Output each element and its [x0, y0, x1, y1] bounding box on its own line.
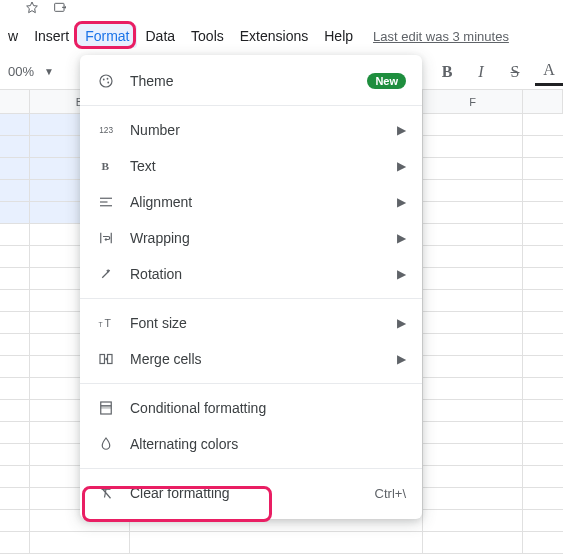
menu-item-label: Merge cells	[130, 351, 383, 367]
menu-item-rotation[interactable]: Rotation ▶	[80, 256, 422, 292]
menu-item-theme[interactable]: Theme New	[80, 63, 422, 99]
theme-icon	[96, 71, 116, 91]
format-menu: Theme New 123 Number ▶ B Text ▶ Alignmen…	[80, 55, 422, 519]
move-icon[interactable]	[52, 0, 68, 19]
merge-icon	[96, 349, 116, 369]
menu-separator	[80, 383, 422, 384]
submenu-arrow-icon: ▶	[397, 159, 406, 173]
bold-icon: B	[96, 156, 116, 176]
menu-separator	[80, 105, 422, 106]
last-edit-link[interactable]: Last edit was 3 minutes	[373, 29, 509, 44]
menu-item-text[interactable]: B Text ▶	[80, 148, 422, 184]
grid-row[interactable]	[0, 532, 563, 554]
svg-rect-18	[101, 406, 112, 409]
menu-view[interactable]: w	[0, 24, 26, 48]
submenu-arrow-icon: ▶	[397, 316, 406, 330]
new-badge: New	[367, 73, 406, 89]
menu-item-number[interactable]: 123 Number ▶	[80, 112, 422, 148]
menu-tools[interactable]: Tools	[183, 24, 232, 48]
submenu-arrow-icon: ▶	[397, 123, 406, 137]
col-header-blank[interactable]	[0, 90, 30, 113]
align-icon	[96, 192, 116, 212]
svg-point-2	[103, 79, 105, 81]
menu-item-wrapping[interactable]: Wrapping ▶	[80, 220, 422, 256]
menu-item-label: Theme	[130, 73, 353, 89]
clear-formatting-icon	[96, 483, 116, 503]
wrap-icon	[96, 228, 116, 248]
menu-item-conditional-formatting[interactable]: Conditional formatting	[80, 390, 422, 426]
bold-button[interactable]: B	[433, 58, 461, 86]
col-header-g[interactable]	[523, 90, 563, 113]
menu-item-alignment[interactable]: Alignment ▶	[80, 184, 422, 220]
svg-point-4	[107, 82, 109, 84]
menu-item-label: Rotation	[130, 266, 383, 282]
number-icon: 123	[96, 120, 116, 140]
menu-item-label: Wrapping	[130, 230, 383, 246]
text-color-button[interactable]: A	[535, 58, 563, 86]
star-icon[interactable]	[24, 0, 40, 19]
strikethrough-button[interactable]: S	[501, 58, 529, 86]
rotation-icon	[96, 264, 116, 284]
menu-item-label: Font size	[130, 315, 383, 331]
menu-help[interactable]: Help	[316, 24, 361, 48]
menu-item-shortcut: Ctrl+\	[375, 486, 406, 501]
italic-button[interactable]: I	[467, 58, 495, 86]
chevron-down-icon[interactable]: ▼	[44, 66, 54, 77]
submenu-arrow-icon: ▶	[397, 267, 406, 281]
alternating-icon	[96, 434, 116, 454]
menu-item-label: Number	[130, 122, 383, 138]
title-icons-row	[0, 0, 563, 18]
menu-bar: w Insert Format Data Tools Extensions He…	[0, 18, 563, 54]
submenu-arrow-icon: ▶	[397, 231, 406, 245]
menu-item-label: Clear formatting	[130, 485, 361, 501]
submenu-arrow-icon: ▶	[397, 352, 406, 366]
menu-insert[interactable]: Insert	[26, 24, 77, 48]
menu-format[interactable]: Format	[77, 24, 137, 48]
menu-data[interactable]: Data	[137, 24, 183, 48]
svg-text:T: T	[99, 321, 103, 328]
menu-extensions[interactable]: Extensions	[232, 24, 316, 48]
menu-separator	[80, 298, 422, 299]
submenu-arrow-icon: ▶	[397, 195, 406, 209]
menu-item-label: Alignment	[130, 194, 383, 210]
menu-item-label: Conditional formatting	[130, 400, 406, 416]
svg-text:123: 123	[99, 126, 113, 135]
menu-item-alternating-colors[interactable]: Alternating colors	[80, 426, 422, 462]
menu-item-mergecells[interactable]: Merge cells ▶	[80, 341, 422, 377]
col-header-f[interactable]: F	[423, 90, 523, 113]
zoom-select[interactable]: 00%	[4, 62, 38, 81]
svg-point-1	[100, 75, 112, 87]
menu-item-fontsize[interactable]: TT Font size ▶	[80, 305, 422, 341]
svg-text:B: B	[102, 160, 110, 172]
svg-text:T: T	[105, 317, 112, 329]
menu-item-clear-formatting[interactable]: Clear formatting Ctrl+\	[80, 475, 422, 511]
menu-item-label: Text	[130, 158, 383, 174]
menu-separator	[80, 468, 422, 469]
conditional-icon	[96, 398, 116, 418]
fontsize-icon: TT	[96, 313, 116, 333]
svg-point-3	[107, 78, 109, 80]
menu-item-label: Alternating colors	[130, 436, 406, 452]
svg-rect-14	[100, 355, 105, 364]
